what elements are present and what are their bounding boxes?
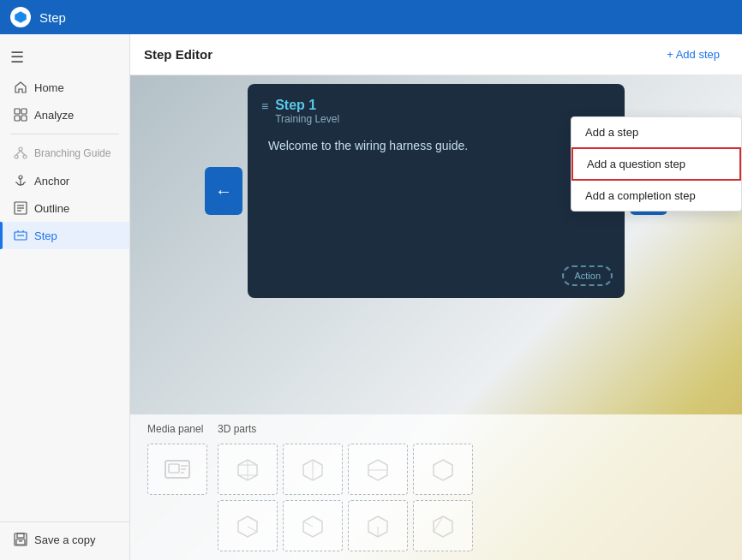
svg-point-10: [19, 176, 22, 179]
sidebar-item-analyze[interactable]: Analyze: [0, 101, 129, 128]
svg-line-41: [248, 527, 257, 532]
content-header: Step Editor + Add step: [130, 34, 742, 75]
media-panel-grid: [147, 444, 207, 495]
svg-rect-27: [169, 464, 179, 473]
step-icon: [14, 229, 27, 242]
svg-rect-2: [21, 109, 27, 114]
media-panel-col: Media panel: [147, 423, 207, 551]
step-body: Welcome to the wiring harness guide.: [248, 132, 625, 166]
editor-title: Step Editor: [144, 47, 212, 62]
3d-parts-col: 3D parts: [218, 423, 473, 551]
sidebar-item-home-label: Home: [34, 81, 64, 94]
3d-part-cell-7[interactable]: [348, 500, 408, 551]
sidebar-bottom: Save a copy: [0, 521, 129, 553]
step-card: ≡ Step 1 Training Level Welcome to the w…: [248, 84, 625, 298]
main-layout: ☰ Home Analyze: [0, 34, 742, 560]
svg-point-6: [15, 155, 18, 158]
sidebar-item-anchor-label: Anchor: [34, 175, 69, 188]
sidebar-item-anchor[interactable]: Anchor: [0, 167, 129, 194]
3d-part-cell-2[interactable]: [283, 444, 343, 495]
sidebar-item-branching-guide[interactable]: Branching Guide: [0, 140, 129, 167]
step-header: ≡ Step 1 Training Level: [248, 84, 625, 132]
topbar: Step: [0, 0, 742, 34]
sidebar: ☰ Home Analyze: [0, 34, 130, 560]
save-icon: [14, 533, 27, 546]
dropdown-item-add-question-step[interactable]: Add a question step: [571, 147, 741, 181]
sidebar-item-outline-label: Outline: [34, 202, 69, 215]
app-logo: [10, 7, 31, 27]
svg-point-7: [23, 155, 27, 158]
sidebar-item-step-label: Step: [34, 229, 57, 242]
svg-rect-3: [15, 116, 20, 121]
step-title: Step 1: [275, 98, 339, 113]
content-area: Step Editor + Add step ← ≡ Step 1 Traini…: [130, 34, 742, 560]
svg-rect-23: [17, 533, 24, 538]
hamburger-menu[interactable]: ☰: [0, 41, 129, 74]
sidebar-divider-1: [10, 134, 119, 134]
3d-part-cell-5[interactable]: [218, 500, 278, 551]
sidebar-item-save-copy[interactable]: Save a copy: [0, 526, 129, 553]
app-title: Step: [39, 10, 66, 25]
analyze-icon: [14, 108, 27, 122]
anchor-icon: [14, 174, 27, 188]
sidebar-save-copy-label: Save a copy: [34, 533, 96, 546]
dropdown-item-add-completion-step[interactable]: Add a completion step: [571, 181, 741, 211]
step-subtitle: Training Level: [275, 113, 339, 125]
editor-area: ← ≡ Step 1 Training Level Welcome to the…: [130, 75, 742, 560]
add-step-button[interactable]: + Add step: [658, 45, 728, 64]
3d-part-cell-1[interactable]: [218, 444, 278, 495]
3d-parts-grid-row2: [218, 500, 473, 551]
svg-line-8: [16, 151, 21, 155]
3d-parts-grid-row1: [218, 444, 473, 495]
3d-part-cell-3[interactable]: [348, 444, 408, 495]
dropdown-item-add-step[interactable]: Add a step: [571, 117, 741, 147]
active-indicator: [0, 222, 3, 249]
svg-line-43: [303, 521, 313, 527]
media-panel-cell[interactable]: [147, 444, 207, 495]
prev-step-button[interactable]: ←: [205, 167, 242, 215]
dropdown-menu: Add a step Add a question step Add a com…: [571, 116, 742, 211]
panels-row: Media panel: [147, 423, 725, 551]
home-icon: [14, 80, 27, 94]
step-lines-icon: ≡: [261, 99, 268, 113]
3d-part-cell-4[interactable]: [413, 444, 473, 495]
branching-icon: [14, 146, 27, 160]
svg-point-5: [19, 147, 22, 151]
sidebar-item-home[interactable]: Home: [0, 74, 129, 101]
outline-icon: [14, 201, 27, 215]
svg-rect-4: [21, 116, 27, 121]
svg-rect-24: [16, 539, 25, 545]
svg-rect-1: [15, 109, 20, 114]
3d-part-cell-6[interactable]: [283, 500, 343, 551]
sidebar-item-analyze-label: Analyze: [34, 109, 74, 122]
step-title-block: Step 1 Training Level: [275, 98, 339, 125]
media-panel-label: Media panel: [147, 423, 207, 435]
svg-line-9: [21, 151, 25, 155]
panels-area: Media panel: [130, 414, 742, 560]
svg-marker-39: [434, 460, 452, 480]
sidebar-item-outline[interactable]: Outline: [0, 194, 129, 222]
sidebar-item-branching-label: Branching Guide: [34, 147, 111, 159]
action-button[interactable]: Action: [562, 265, 613, 286]
sidebar-item-step[interactable]: Step: [0, 222, 129, 249]
3d-part-cell-8[interactable]: [413, 500, 473, 551]
svg-marker-0: [15, 11, 27, 23]
3d-parts-label: 3D parts: [218, 423, 473, 435]
